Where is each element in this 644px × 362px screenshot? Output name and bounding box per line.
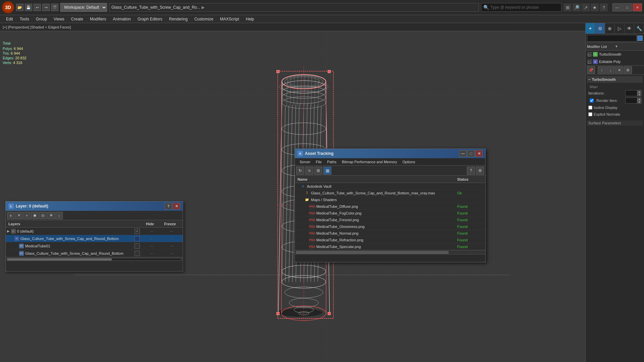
asset-minimize-button[interactable]: — (459, 150, 467, 157)
turbosmooth-modifier[interactable]: □ T TurboSmooth (586, 51, 644, 58)
render-iters-spinner[interactable]: 2 ▲ ▼ (625, 98, 641, 104)
redo-icon[interactable]: ↪ (42, 4, 50, 11)
turbosmooth-checkbox[interactable]: □ (588, 52, 592, 56)
turbosm-header[interactable]: − TurboSmooth (587, 76, 643, 83)
menu-views[interactable]: Views (50, 15, 68, 23)
layer-add-icon[interactable]: + (23, 212, 31, 219)
layer-move-icon[interactable]: ↕ (55, 212, 63, 219)
delete-mod-icon[interactable]: ✕ (615, 66, 623, 74)
asset-row-glossiness[interactable]: PNG MedicalTube_Glossiness.png Found (295, 223, 485, 230)
menu-animation[interactable]: Animation (110, 15, 134, 23)
layer-help-button[interactable]: ? (165, 203, 172, 209)
asset-grid-icon[interactable]: ⊞ (314, 167, 322, 175)
asset-menu-file[interactable]: File (313, 158, 324, 166)
menu-help[interactable]: Help (243, 15, 258, 23)
utilities-tab-icon[interactable]: 🔧 (634, 23, 644, 34)
minimize-button[interactable]: — (612, 3, 622, 11)
maximize-button[interactable]: □ (623, 3, 632, 11)
asset-maximize-button[interactable]: □ (467, 150, 475, 157)
render-iters-down[interactable]: ▼ (637, 101, 641, 104)
asset-menu-server[interactable]: Server (297, 158, 313, 166)
asset-row-vault[interactable]: ⊙ Autodesk Vault (295, 183, 485, 190)
modify-tab-icon[interactable]: ⚙ (595, 23, 605, 34)
layer-select-icon[interactable]: ◉ (31, 212, 39, 219)
render-iters-checkbox[interactable] (590, 99, 594, 103)
asset-menu-paths[interactable]: Paths (324, 158, 339, 166)
asset-horizontal-scrollbar[interactable] (295, 250, 485, 254)
hierarchy-tab-icon[interactable]: ⊕ (605, 23, 615, 34)
search-box[interactable]: 🔍 Type @ keyword or phrase (481, 3, 561, 12)
editable-poly-checkbox[interactable]: □ (588, 60, 592, 64)
layer-scrollbar-thumb[interactable] (7, 258, 112, 260)
pin-icon[interactable]: 📌 (587, 66, 595, 74)
menu-modifiers[interactable]: Modifiers (87, 15, 110, 23)
asset-row-fogcolor[interactable]: PNG MedicalTube_FogColor.png Found (295, 210, 485, 217)
menu-tools[interactable]: Tools (16, 15, 33, 23)
asset-menu-options[interactable]: Options (400, 158, 418, 166)
configure-icon[interactable]: ⚙ (624, 66, 632, 74)
asset-refresh-icon[interactable]: ↻ (296, 167, 304, 175)
render-iters-value[interactable]: 2 (625, 98, 637, 104)
motion-tab-icon[interactable]: ▷ (615, 23, 625, 34)
explicit-normals-checkbox[interactable] (588, 112, 592, 116)
layer-row-default[interactable]: ▶ L 0 (default) ✓ --- --- (6, 228, 183, 235)
layer-medicaltube-check[interactable] (135, 243, 140, 249)
move-up-icon[interactable]: ↑ (598, 66, 606, 74)
save-file-icon[interactable]: 💾 (25, 4, 32, 11)
menu-rendering[interactable]: Rendering (166, 15, 191, 23)
undo-icon[interactable]: ↩ (34, 4, 41, 11)
layer-sort-icon[interactable]: ≡ (7, 212, 14, 219)
modifier-list-row[interactable]: Modifier List ▼ (586, 43, 644, 51)
create-tab-icon[interactable]: ✦ (586, 23, 595, 34)
layer-row-glass-bottom[interactable]: GC Glass_Culture_Tube_with_Screw_Cap_and… (6, 250, 183, 257)
viewport[interactable]: [+] [Perspective] [Shaded + Edged Faces]… (0, 23, 585, 362)
asset-row-maps[interactable]: 📁 Maps / Shaders (295, 196, 485, 203)
layer-scrollbar-track[interactable] (7, 258, 181, 261)
asset-row-refraction[interactable]: PNG MedicalTube_Refraction.png Found (295, 237, 485, 243)
move-down-icon[interactable]: ↓ (606, 66, 614, 74)
iterations-up[interactable]: ▲ (637, 90, 641, 93)
object-name-input[interactable]: MedicalTube01 (587, 35, 637, 42)
menu-edit[interactable]: Edit (3, 15, 16, 23)
grid-icon[interactable]: ⊞ (564, 3, 572, 11)
open-file-icon[interactable]: 📂 (16, 4, 23, 11)
asset-row-normal[interactable]: PNG MedicalTube_Normal.png Found (295, 230, 485, 237)
close-button[interactable]: ✕ (633, 3, 642, 11)
isoline-checkbox[interactable] (588, 106, 592, 110)
help-icon[interactable]: ? (600, 3, 608, 11)
cursor-icon[interactable]: ↗ (582, 3, 590, 11)
layer-default-check[interactable]: ✓ (135, 229, 140, 234)
iterations-spinner[interactable]: 0 ▲ ▼ (625, 90, 641, 96)
layer-glass-bottom-check[interactable] (135, 251, 140, 256)
object-color-box[interactable] (637, 36, 643, 41)
iterations-down[interactable]: ▼ (637, 93, 641, 96)
iterations-value[interactable]: 0 (625, 90, 637, 96)
zoom-icon[interactable]: 🔎 (573, 3, 581, 11)
asset-titlebar[interactable]: A Asset Tracking — □ ✕ (295, 149, 485, 158)
layer-row-medicaltube[interactable]: MT MedicalTube01 --- --- (6, 242, 183, 250)
asset-row-specular[interactable]: PNG MedicalTube_Specular.png Found (295, 243, 485, 250)
layer-hide-all-icon[interactable]: ◎ (39, 212, 47, 219)
menu-group[interactable]: Group (33, 15, 50, 23)
menu-graph-editors[interactable]: Graph Editors (134, 15, 166, 23)
workspace-dropdown[interactable]: Workspace: Default (60, 3, 107, 12)
layer-row-glass-tube[interactable]: G Glass_Culture_Tube_with_Screw_Cap_and_… (6, 235, 183, 242)
viewport-canvas[interactable]: Total Polys: 6 944 Tris: 6 944 Edges: 20… (0, 31, 585, 362)
asset-menu-bitmap[interactable]: Bitmap Performance and Memory (339, 158, 399, 166)
layer-titlebar[interactable]: L Layer: 0 (default) ? ✕ (6, 201, 183, 211)
asset-help-icon[interactable]: ? (467, 167, 475, 175)
layer-close-button[interactable]: ✕ (173, 203, 180, 209)
asset-list-icon[interactable]: ≡ (305, 167, 313, 175)
layer-delete-icon[interactable]: ✕ (15, 212, 22, 219)
render-icon[interactable]: 🎬 (51, 4, 58, 11)
asset-scrollbar-thumb[interactable] (296, 251, 448, 254)
layer-freeze-all-icon[interactable]: ❄ (47, 212, 55, 219)
asset-row-fresnel[interactable]: PNG MedicalTube_Fresnel.png Found (295, 217, 485, 223)
editable-poly-modifier[interactable]: □ E Editable Poly (586, 58, 644, 65)
display-tab-icon[interactable]: 👁 (625, 23, 634, 34)
asset-row-diffuse[interactable]: PNG MedicalTube_Diffuse.png Found (295, 203, 485, 210)
star-icon[interactable]: ★ (591, 3, 599, 11)
menu-customize[interactable]: Customize (191, 15, 217, 23)
menu-maxscript[interactable]: MAXScript (217, 15, 243, 23)
asset-close-button[interactable]: ✕ (475, 150, 483, 157)
